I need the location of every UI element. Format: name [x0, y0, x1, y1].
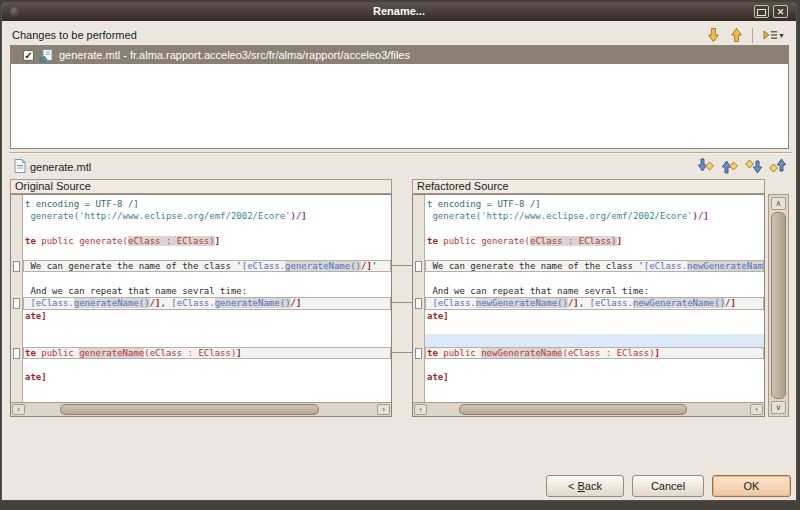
- change-marker: [13, 348, 20, 359]
- view-menu-icon: [762, 29, 778, 41]
- code-line: And we can repeat that name sevral time:: [427, 285, 764, 297]
- screen: Rename... ✕ Changes to be performed: [0, 0, 800, 510]
- left-annotation-ruler: [11, 195, 23, 402]
- view-menu-button[interactable]: ▾: [760, 26, 786, 44]
- toolbar-separator: [752, 28, 753, 43]
- close-button[interactable]: ✕: [773, 5, 788, 18]
- next-difference-button[interactable]: [696, 157, 714, 174]
- next-difference-icon: [697, 158, 714, 174]
- refactored-source-header: Refactored Source: [412, 179, 765, 194]
- chevron-down-icon: ▾: [779, 31, 783, 40]
- vscroll-thumb[interactable]: [771, 212, 786, 399]
- original-source-header: Original Source: [10, 179, 392, 194]
- compare-divider: [9, 152, 792, 154]
- code-line: And we can repeat that name sevral time:: [25, 285, 391, 297]
- change-marker: [415, 348, 422, 359]
- change-row-label: generate.mtl - fr.alma.rapport.acceleo3/…: [59, 49, 410, 61]
- refactored-source-pane: t encoding = UTF-8 /] generate('http://w…: [412, 194, 765, 417]
- code-line: [eClass.newGenerateName()/], [eClass.new…: [425, 297, 764, 309]
- original-source-pane: t encoding = UTF-8 /] generate('http://w…: [10, 194, 392, 417]
- scroll-left-icon[interactable]: ‹: [12, 404, 25, 415]
- scroll-down-icon[interactable]: ∨: [771, 401, 786, 414]
- code-line: [25, 334, 391, 346]
- code-line: [427, 322, 764, 334]
- previous-difference-button[interactable]: [720, 157, 738, 174]
- change-marker: [13, 261, 20, 272]
- window-title: Rename...: [2, 5, 796, 17]
- refactored-source-editor[interactable]: t encoding = UTF-8 /] generate('http://w…: [425, 195, 764, 402]
- code-line: [25, 223, 391, 235]
- left-hscroll-thumb[interactable]: [60, 404, 318, 415]
- changes-list[interactable]: ✓ generate.mtl - fr.alma.rapport.acceleo…: [10, 45, 789, 149]
- move-down-button[interactable]: [704, 26, 722, 44]
- code-line: te public generate(eClass : EClass)]: [25, 235, 391, 247]
- code-line: We can generate the name of the class '[…: [425, 260, 764, 272]
- changes-header-label: Changes to be performed: [12, 29, 137, 41]
- diff-connector-line: [392, 265, 412, 266]
- previous-difference-icon: [721, 158, 738, 174]
- changes-toolbar: ▾: [704, 26, 786, 44]
- code-line: [427, 223, 764, 235]
- scroll-right-icon[interactable]: ›: [750, 404, 763, 415]
- compare-file-label: generate.mtl: [30, 161, 91, 173]
- diff-connector-line: [392, 352, 412, 353]
- right-horizontal-scrollbar[interactable]: ‹ ›: [413, 402, 764, 416]
- vertical-scrollbar[interactable]: ∧ ∨: [768, 194, 789, 417]
- ok-button[interactable]: OK: [712, 475, 791, 497]
- change-checkbox[interactable]: ✓: [23, 50, 34, 61]
- code-line: [eClass.generateName()/], [eClass.genera…: [23, 297, 391, 309]
- code-line: [25, 322, 391, 334]
- code-line: te public newGenerateName(eClass : EClas…: [425, 347, 764, 359]
- previous-change-icon: [769, 158, 786, 174]
- mtl-file-icon: [14, 159, 26, 177]
- right-hscroll-thumb[interactable]: [459, 404, 687, 415]
- code-line: [25, 272, 391, 284]
- gold-arrow-up-icon: [729, 27, 744, 43]
- change-row[interactable]: ✓ generate.mtl - fr.alma.rapport.acceleo…: [11, 46, 788, 64]
- cancel-button[interactable]: Cancel: [632, 475, 704, 497]
- change-marker: [415, 261, 422, 272]
- code-line: t encoding = UTF-8 /]: [25, 198, 391, 210]
- scroll-right-icon[interactable]: ›: [377, 404, 390, 415]
- scroll-left-icon[interactable]: ‹: [414, 404, 427, 415]
- code-line: te public generateName(eClass : EClass)]: [23, 347, 391, 359]
- change-marker: [13, 298, 20, 309]
- code-line: [427, 359, 764, 371]
- move-up-button[interactable]: [727, 26, 745, 44]
- next-change-icon: [745, 158, 762, 174]
- code-line: ate]: [25, 310, 391, 322]
- code-line: [427, 248, 764, 260]
- code-line: We can generate the name of the class '[…: [23, 260, 391, 272]
- code-line: ate]: [427, 371, 764, 383]
- code-line: ate]: [25, 371, 391, 383]
- left-horizontal-scrollbar[interactable]: ‹ ›: [11, 402, 391, 416]
- code-line: t encoding = UTF-8 /]: [427, 198, 764, 210]
- previous-change-button[interactable]: [768, 157, 786, 174]
- compare-toolbar: [696, 157, 786, 174]
- maximize-icon: [757, 9, 766, 16]
- maximize-button[interactable]: [754, 5, 769, 18]
- gold-arrow-down-icon: [706, 27, 721, 43]
- code-line: generate('http://www.eclipse.org/emf/200…: [25, 210, 391, 222]
- composite-change-icon: [39, 49, 54, 62]
- change-marker: [415, 298, 422, 309]
- original-source-editor[interactable]: t encoding = UTF-8 /] generate('http://w…: [23, 195, 391, 402]
- titlebar[interactable]: Rename... ✕: [2, 3, 796, 21]
- code-line: [427, 272, 764, 284]
- next-change-button[interactable]: [744, 157, 762, 174]
- diff-connector-line: [392, 302, 412, 303]
- code-line: [425, 334, 764, 346]
- code-line: te public generate(eClass : EClass)]: [427, 235, 764, 247]
- code-line: ate]: [427, 310, 764, 322]
- scroll-up-icon[interactable]: ∧: [771, 197, 786, 210]
- code-line: [25, 248, 391, 260]
- rename-dialog: Rename... ✕ Changes to be performed: [1, 2, 797, 501]
- right-annotation-ruler: [413, 195, 425, 402]
- code-line: generate('http://www.eclipse.org/emf/200…: [427, 210, 764, 222]
- back-button[interactable]: < Back: [546, 475, 624, 497]
- code-line: [25, 359, 391, 371]
